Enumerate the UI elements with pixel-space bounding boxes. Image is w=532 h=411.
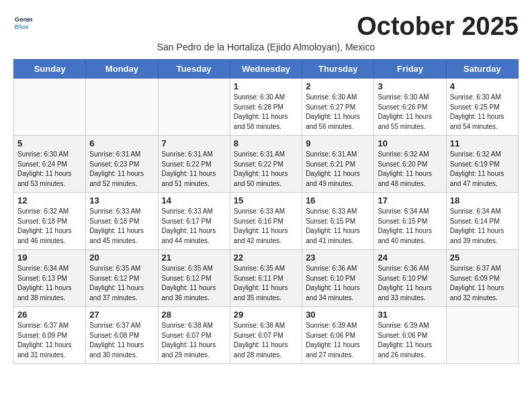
- day-info: Sunrise: 6:39 AMSunset: 6:06 PMDaylight:…: [378, 321, 442, 360]
- subtitle: San Pedro de la Hortaliza (Ejido Almoloy…: [13, 42, 519, 52]
- day-number: 8: [234, 138, 298, 148]
- calendar-cell: 22Sunrise: 6:35 AMSunset: 6:11 PMDayligh…: [230, 250, 302, 307]
- day-of-week-header: Friday: [374, 60, 446, 79]
- calendar-cell: 21Sunrise: 6:35 AMSunset: 6:12 PMDayligh…: [158, 250, 230, 307]
- svg-text:General: General: [15, 15, 32, 23]
- calendar-cell: 28Sunrise: 6:38 AMSunset: 6:07 PMDayligh…: [158, 307, 230, 364]
- day-number: 22: [234, 253, 298, 263]
- calendar-cell: 4Sunrise: 6:30 AMSunset: 6:25 PMDaylight…: [446, 79, 518, 136]
- day-info: Sunrise: 6:32 AMSunset: 6:19 PMDaylight:…: [450, 150, 515, 189]
- calendar-cell: 23Sunrise: 6:36 AMSunset: 6:10 PMDayligh…: [302, 250, 374, 307]
- day-number: 30: [306, 310, 370, 320]
- day-info: Sunrise: 6:39 AMSunset: 6:06 PMDaylight:…: [306, 321, 370, 360]
- day-number: 14: [162, 195, 226, 205]
- day-number: 6: [89, 138, 154, 148]
- calendar-cell: 14Sunrise: 6:33 AMSunset: 6:17 PMDayligh…: [158, 193, 230, 250]
- calendar-cell: [86, 79, 158, 136]
- day-info: Sunrise: 6:31 AMSunset: 6:23 PMDaylight:…: [89, 150, 154, 189]
- calendar-cell: 19Sunrise: 6:34 AMSunset: 6:13 PMDayligh…: [14, 250, 86, 307]
- day-info: Sunrise: 6:30 AMSunset: 6:24 PMDaylight:…: [17, 150, 82, 189]
- day-info: Sunrise: 6:34 AMSunset: 6:14 PMDaylight:…: [450, 207, 515, 246]
- day-number: 16: [306, 195, 370, 205]
- logo-icon: General Blue: [13, 13, 32, 32]
- day-info: Sunrise: 6:37 AMSunset: 6:09 PMDaylight:…: [450, 264, 515, 303]
- day-number: 21: [162, 253, 226, 263]
- day-number: 24: [378, 253, 442, 263]
- day-of-week-header: Saturday: [446, 60, 518, 79]
- calendar-cell: 1Sunrise: 6:30 AMSunset: 6:28 PMDaylight…: [230, 79, 302, 136]
- calendar-cell: 10Sunrise: 6:32 AMSunset: 6:20 PMDayligh…: [374, 136, 446, 193]
- day-number: 17: [378, 195, 442, 205]
- day-info: Sunrise: 6:30 AMSunset: 6:26 PMDaylight:…: [378, 93, 442, 132]
- day-of-week-header: Tuesday: [158, 60, 230, 79]
- svg-text:Blue: Blue: [15, 23, 29, 30]
- day-number: 3: [378, 81, 442, 91]
- day-info: Sunrise: 6:31 AMSunset: 6:22 PMDaylight:…: [162, 150, 226, 189]
- day-number: 13: [89, 195, 154, 205]
- day-number: 9: [306, 138, 370, 148]
- calendar-cell: 27Sunrise: 6:37 AMSunset: 6:08 PMDayligh…: [86, 307, 158, 364]
- calendar-cell: 18Sunrise: 6:34 AMSunset: 6:14 PMDayligh…: [446, 193, 518, 250]
- day-of-week-header: Monday: [86, 60, 158, 79]
- day-info: Sunrise: 6:38 AMSunset: 6:07 PMDaylight:…: [162, 321, 226, 360]
- calendar-cell: 3Sunrise: 6:30 AMSunset: 6:26 PMDaylight…: [374, 79, 446, 136]
- day-info: Sunrise: 6:30 AMSunset: 6:28 PMDaylight:…: [234, 93, 298, 132]
- day-info: Sunrise: 6:35 AMSunset: 6:12 PMDaylight:…: [162, 264, 226, 303]
- day-number: 18: [450, 195, 515, 205]
- day-number: 11: [450, 138, 515, 148]
- day-info: Sunrise: 6:33 AMSunset: 6:17 PMDaylight:…: [162, 207, 226, 246]
- month-title: October 2025: [357, 13, 519, 39]
- day-of-week-header: Thursday: [302, 60, 374, 79]
- calendar-cell: [14, 79, 86, 136]
- day-info: Sunrise: 6:37 AMSunset: 6:09 PMDaylight:…: [17, 321, 82, 360]
- day-number: 15: [234, 195, 298, 205]
- day-number: 4: [450, 81, 515, 91]
- day-info: Sunrise: 6:34 AMSunset: 6:15 PMDaylight:…: [378, 207, 442, 246]
- calendar-cell: 29Sunrise: 6:38 AMSunset: 6:07 PMDayligh…: [230, 307, 302, 364]
- day-of-week-header: Sunday: [14, 60, 86, 79]
- calendar-cell: 9Sunrise: 6:31 AMSunset: 6:21 PMDaylight…: [302, 136, 374, 193]
- day-number: 1: [234, 81, 298, 91]
- calendar-cell: 2Sunrise: 6:30 AMSunset: 6:27 PMDaylight…: [302, 79, 374, 136]
- day-number: 29: [234, 310, 298, 320]
- day-number: 7: [162, 138, 226, 148]
- calendar-cell: 13Sunrise: 6:33 AMSunset: 6:18 PMDayligh…: [86, 193, 158, 250]
- logo: General Blue: [13, 13, 32, 32]
- day-info: Sunrise: 6:38 AMSunset: 6:07 PMDaylight:…: [234, 321, 298, 360]
- day-info: Sunrise: 6:32 AMSunset: 6:20 PMDaylight:…: [378, 150, 442, 189]
- calendar-cell: 20Sunrise: 6:35 AMSunset: 6:12 PMDayligh…: [86, 250, 158, 307]
- calendar-cell: 8Sunrise: 6:31 AMSunset: 6:22 PMDaylight…: [230, 136, 302, 193]
- day-number: 20: [89, 253, 154, 263]
- day-number: 2: [306, 81, 370, 91]
- day-info: Sunrise: 6:33 AMSunset: 6:16 PMDaylight:…: [234, 207, 298, 246]
- day-info: Sunrise: 6:31 AMSunset: 6:21 PMDaylight:…: [306, 150, 370, 189]
- calendar-cell: 26Sunrise: 6:37 AMSunset: 6:09 PMDayligh…: [14, 307, 86, 364]
- calendar-cell: [446, 307, 518, 364]
- day-of-week-header: Wednesday: [230, 60, 302, 79]
- calendar-cell: 30Sunrise: 6:39 AMSunset: 6:06 PMDayligh…: [302, 307, 374, 364]
- day-number: 5: [17, 138, 82, 148]
- day-info: Sunrise: 6:32 AMSunset: 6:18 PMDaylight:…: [17, 207, 82, 246]
- day-info: Sunrise: 6:35 AMSunset: 6:11 PMDaylight:…: [234, 264, 298, 303]
- day-info: Sunrise: 6:36 AMSunset: 6:10 PMDaylight:…: [306, 264, 370, 303]
- day-number: 28: [162, 310, 226, 320]
- day-number: 25: [450, 253, 515, 263]
- day-info: Sunrise: 6:31 AMSunset: 6:22 PMDaylight:…: [234, 150, 298, 189]
- day-number: 31: [378, 310, 442, 320]
- day-info: Sunrise: 6:30 AMSunset: 6:25 PMDaylight:…: [450, 93, 515, 132]
- day-number: 27: [89, 310, 154, 320]
- day-info: Sunrise: 6:36 AMSunset: 6:10 PMDaylight:…: [378, 264, 442, 303]
- day-number: 26: [17, 310, 82, 320]
- day-info: Sunrise: 6:35 AMSunset: 6:12 PMDaylight:…: [89, 264, 154, 303]
- calendar-cell: [158, 79, 230, 136]
- calendar-cell: 16Sunrise: 6:33 AMSunset: 6:15 PMDayligh…: [302, 193, 374, 250]
- calendar-cell: 15Sunrise: 6:33 AMSunset: 6:16 PMDayligh…: [230, 193, 302, 250]
- day-info: Sunrise: 6:37 AMSunset: 6:08 PMDaylight:…: [89, 321, 154, 360]
- day-info: Sunrise: 6:30 AMSunset: 6:27 PMDaylight:…: [306, 93, 370, 132]
- calendar-cell: 24Sunrise: 6:36 AMSunset: 6:10 PMDayligh…: [374, 250, 446, 307]
- day-info: Sunrise: 6:34 AMSunset: 6:13 PMDaylight:…: [17, 264, 82, 303]
- calendar-cell: 17Sunrise: 6:34 AMSunset: 6:15 PMDayligh…: [374, 193, 446, 250]
- calendar-cell: 11Sunrise: 6:32 AMSunset: 6:19 PMDayligh…: [446, 136, 518, 193]
- day-info: Sunrise: 6:33 AMSunset: 6:15 PMDaylight:…: [306, 207, 370, 246]
- calendar-cell: 25Sunrise: 6:37 AMSunset: 6:09 PMDayligh…: [446, 250, 518, 307]
